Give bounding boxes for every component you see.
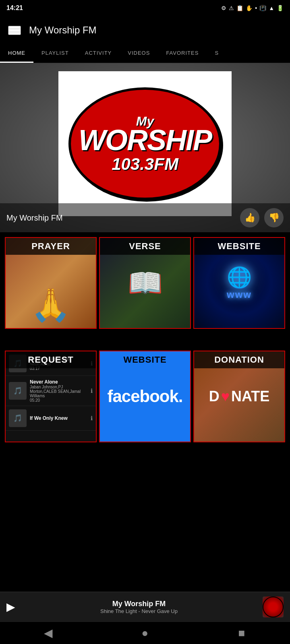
tab-bar: HOME PLAYLIST ACTIVITY VIDEOS FAVORITES …	[0, 44, 290, 63]
hero-actions: 👍 👎	[240, 208, 284, 227]
dislike-button[interactable]: 👎	[264, 208, 284, 227]
station-name-label: My Worship FM	[6, 213, 63, 223]
request-thumb-2: 🎵	[9, 382, 27, 400]
touch-icon: ✋	[246, 5, 253, 11]
www-text: www	[227, 289, 252, 300]
donate-nate: NATE	[231, 388, 269, 405]
status-icons: ⚙ ⚠ 📋 ✋ • 📳 ▲ 🔋	[221, 5, 284, 11]
bottom-spacer	[0, 447, 290, 504]
tab-playlist[interactable]: PLAYLIST	[33, 44, 77, 63]
battery-icon: 🔋	[277, 5, 284, 11]
globe-icon: 🌐	[227, 266, 252, 289]
settings-icon: ⚙	[221, 5, 226, 11]
donation-card[interactable]: D ♥ NATE DONATION	[193, 351, 285, 442]
request-artist-2: Jaban Johnson,PJ Morton,CALEB SEAN,Jamal…	[30, 385, 87, 398]
tab-favorites[interactable]: FAVORITES	[158, 44, 207, 63]
request-label: REQUEST	[6, 351, 96, 368]
player-track-title: My Worship FM	[22, 600, 256, 608]
tab-videos[interactable]: VIDEOS	[120, 44, 158, 63]
player-bar: ▶ My Worship FM Shine The Light - Never …	[0, 592, 290, 621]
vibrate-icon: 📳	[259, 5, 266, 11]
play-button[interactable]: ▶	[6, 600, 15, 613]
request-title-3: If We Only Knew	[30, 415, 87, 421]
header: My Worship FM	[0, 16, 290, 44]
prayer-card[interactable]: 🙏 PRAYER	[5, 237, 97, 329]
info-icon-3: ℹ	[91, 415, 93, 421]
request-info-3: If We Only Knew	[30, 415, 87, 421]
status-time: 14:21	[6, 4, 23, 12]
request-title-2: Never Alone	[30, 379, 87, 385]
tab-activity[interactable]: ACTIVITY	[77, 44, 120, 63]
request-row-3: 🎵 If We Only Knew ℹ	[6, 406, 96, 431]
tab-home[interactable]: HOME	[0, 44, 33, 63]
hamburger-line	[9, 30, 20, 31]
prayer-hands-icon: 🙏	[31, 286, 71, 324]
dot-icon: •	[255, 5, 257, 11]
warning-icon: ⚠	[229, 5, 234, 11]
request-card[interactable]: 🎵 Breathe Upon Me Neon Adejo 03:17 ℹ 🎵 N…	[5, 351, 97, 442]
facebook-website-label: WEBSITE	[100, 351, 190, 368]
donate-d: D	[209, 388, 220, 405]
player-thumb-inner	[263, 597, 284, 617]
player-track-subtitle: Shine The Light - Never Gave Up	[22, 608, 256, 614]
stop-button[interactable]: ■	[226, 622, 258, 644]
verse-card[interactable]: 📖 VERSE	[99, 237, 191, 329]
hamburger-line	[9, 33, 20, 34]
bottom-navigation: ◀ ● ■	[0, 621, 290, 644]
facebook-card[interactable]: facebook. WEBSITE	[99, 351, 191, 442]
menu-button[interactable]	[8, 26, 21, 35]
logo-worship: WORSHIP	[79, 126, 211, 155]
hero-logo-container: My WORSHIP 103.3FM	[58, 71, 232, 216]
station-logo: My WORSHIP 103.3FM	[68, 87, 222, 200]
tab-more[interactable]: S	[207, 44, 227, 63]
back-button[interactable]: ◀	[32, 622, 64, 644]
grid-row-1: 🙏 PRAYER 📖 VERSE 🌐 www WEBSITE	[0, 232, 290, 334]
hero-label: My Worship FM 👍 👎	[0, 203, 290, 232]
like-button[interactable]: 👍	[240, 208, 259, 227]
donate-text: D ♥ NATE	[209, 388, 270, 405]
hero-section: My WORSHIP 103.3FM My Worship FM 👍 👎	[0, 63, 290, 232]
donation-label: DONATION	[194, 351, 284, 368]
verse-label: VERSE	[100, 238, 190, 255]
feature-grid-row2: 🎵 Breathe Upon Me Neon Adejo 03:17 ℹ 🎵 N…	[5, 351, 285, 442]
clipboard-icon: 📋	[236, 5, 243, 11]
request-info-2: Never Alone Jaban Johnson,PJ Morton,CALE…	[30, 379, 87, 402]
header-title: My Worship FM	[29, 25, 97, 36]
grid-row-2: 🎵 Breathe Upon Me Neon Adejo 03:17 ℹ 🎵 N…	[0, 346, 290, 447]
website-label: WEBSITE	[194, 238, 284, 255]
status-bar: 14:21 ⚙ ⚠ 📋 ✋ • 📳 ▲ 🔋	[0, 0, 290, 16]
request-thumb-3: 🎵	[9, 409, 27, 427]
request-time-2: 05:20	[30, 398, 87, 402]
hamburger-line	[9, 27, 20, 28]
player-info: My Worship FM Shine The Light - Never Ga…	[22, 600, 256, 614]
feature-grid-row1: 🙏 PRAYER 📖 VERSE 🌐 www WEBSITE	[5, 237, 285, 329]
donate-heart-icon: ♥	[221, 388, 230, 405]
spacer-1	[0, 334, 290, 346]
prayer-label: PRAYER	[6, 238, 96, 255]
info-icon-2: ℹ	[91, 388, 93, 394]
request-row-2: 🎵 Never Alone Jaban Johnson,PJ Morton,CA…	[6, 376, 96, 406]
player-thumbnail	[263, 597, 284, 617]
bible-book-icon: 📖	[128, 266, 163, 299]
home-button[interactable]: ●	[129, 622, 161, 644]
wifi-icon: ▲	[269, 5, 274, 11]
website-card[interactable]: 🌐 www WEBSITE	[193, 237, 285, 329]
logo-frequency: 103.3FM	[112, 155, 178, 174]
facebook-logo-text: facebook.	[107, 387, 182, 406]
